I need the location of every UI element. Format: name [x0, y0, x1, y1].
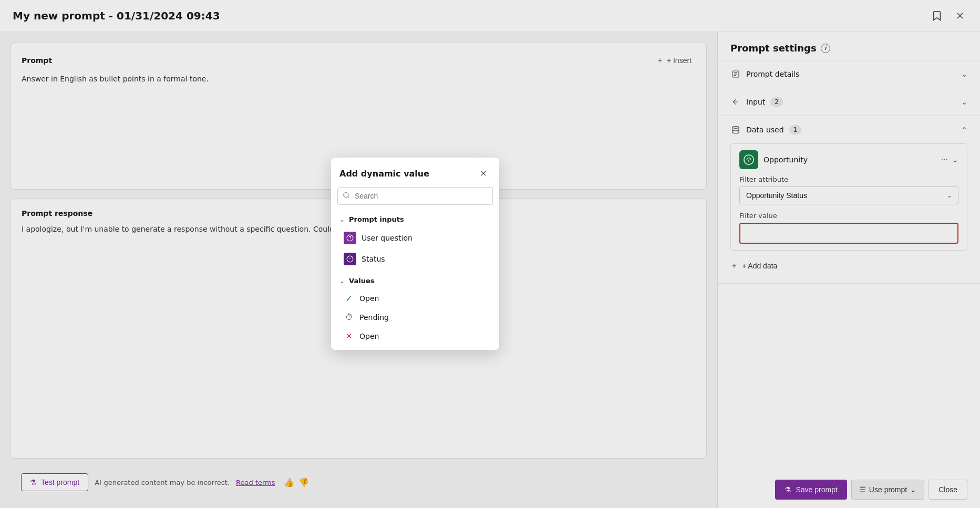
- x-icon: ✕: [344, 331, 354, 341]
- popup-value-open-check[interactable]: ✓ Open: [337, 289, 493, 308]
- popup-header: Add dynamic value: [331, 158, 499, 187]
- popup-close-button[interactable]: [476, 166, 491, 181]
- search-icon: [343, 192, 350, 201]
- svg-point-9: [344, 192, 348, 197]
- open-check-label: Open: [359, 294, 379, 303]
- popup-values-header[interactable]: ⌄ Values: [337, 273, 493, 289]
- open-x-label: Open: [359, 332, 379, 340]
- popup-title: Add dynamic value: [339, 169, 429, 179]
- status-label: Status: [362, 255, 385, 263]
- pending-label: Pending: [359, 313, 389, 322]
- popup-value-pending[interactable]: ⏱ Pending: [337, 308, 493, 327]
- popup-prompt-inputs-header[interactable]: ⌄ Prompt inputs: [337, 211, 493, 227]
- popup-value-open-x[interactable]: ✕ Open: [337, 327, 493, 346]
- prompt-inputs-chevron-icon: ⌄: [339, 216, 345, 223]
- values-chevron-icon: ⌄: [339, 277, 345, 285]
- status-icon: [344, 253, 356, 265]
- values-title: Values: [349, 277, 374, 285]
- popup-search-input[interactable]: [337, 187, 493, 205]
- prompt-inputs-title: Prompt inputs: [349, 215, 404, 223]
- popup-search: [337, 187, 493, 205]
- user-question-label: User question: [362, 234, 412, 242]
- svg-line-10: [348, 196, 349, 198]
- add-dynamic-value-popup: Add dynamic value ⌄ Prompt inputs: [331, 158, 499, 350]
- pending-icon: ⏱: [344, 312, 354, 323]
- popup-prompt-inputs-section: ⌄ Prompt inputs User question: [331, 211, 499, 269]
- user-question-icon: [344, 232, 356, 244]
- check-icon: ✓: [344, 293, 354, 304]
- popup-values-section: ⌄ Values ✓ Open ⏱ Pending ✕ Open: [331, 273, 499, 346]
- popup-item-user-question[interactable]: User question: [337, 227, 493, 248]
- popup-item-status[interactable]: Status: [337, 248, 493, 269]
